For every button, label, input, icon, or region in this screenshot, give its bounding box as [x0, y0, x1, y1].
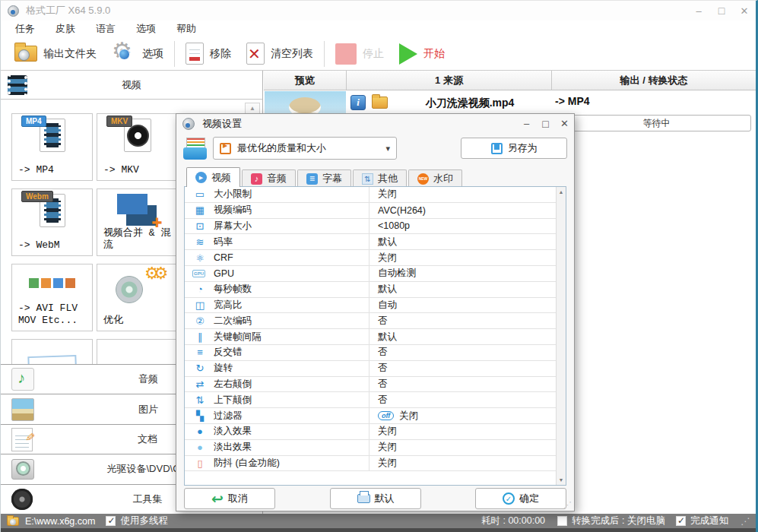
- format-tile[interactable]: [11, 339, 93, 364]
- dialog-close-icon[interactable]: [555, 118, 574, 130]
- setting-icon: ●: [192, 442, 208, 453]
- settings-scrollbar[interactable]: ▲ ▼: [556, 187, 566, 485]
- setting-row[interactable]: ⊡ 屏幕大小 <1080p: [185, 219, 556, 235]
- setting-row[interactable]: ↻ 旋转 否: [185, 361, 556, 377]
- category-icon: [11, 459, 34, 480]
- toolbar-separator: [174, 41, 175, 67]
- settings-tab[interactable]: 其他: [353, 169, 407, 187]
- setting-row[interactable]: ◫ 宽高比 自动: [185, 298, 556, 314]
- format-tile[interactable]: 视频合并 & 混流: [97, 188, 178, 256]
- minimize-icon[interactable]: [687, 5, 710, 17]
- setting-row[interactable]: ⚛ CRF 关闭: [185, 250, 556, 266]
- notify-checkbox[interactable]: [676, 516, 686, 526]
- preset-film-icon: [220, 143, 231, 154]
- video-section-header[interactable]: 视频: [1, 71, 262, 100]
- format-tile[interactable]: MKV -> MKV: [97, 113, 178, 181]
- settings-tab[interactable]: 水印: [408, 169, 462, 187]
- setting-row[interactable]: ▚ 过滤器 off 关闭: [185, 408, 556, 424]
- window-controls: [687, 5, 756, 17]
- format-tile[interactable]: -> AVI FLV MOV Etc...: [11, 264, 93, 331]
- queue-column-header[interactable]: 1 来源: [347, 71, 552, 90]
- format-tile[interactable]: [97, 339, 178, 364]
- toolbar-icon: [335, 43, 357, 65]
- setting-row[interactable]: ▦ 视频编码 AVC(H264): [185, 203, 556, 219]
- toolbar-button[interactable]: 清空列表: [239, 39, 321, 69]
- dialog-button-icon: [357, 494, 370, 503]
- format-icon: [117, 193, 158, 228]
- setting-row[interactable]: ≡ 反交错 否: [185, 345, 556, 361]
- dialog-resize-grip[interactable]: ⋰: [563, 500, 572, 510]
- setting-value: 否: [378, 362, 388, 375]
- setting-row[interactable]: ◔ 每秒帧数 默认: [185, 282, 556, 298]
- scroll-arrow-down-icon[interactable]: ▼: [557, 477, 566, 483]
- multithread-label: 使用多线程: [120, 515, 168, 527]
- dialog-button[interactable]: 确定: [475, 488, 566, 509]
- setting-label: 反交错: [214, 346, 243, 359]
- toolbar-button[interactable]: 移除: [178, 39, 239, 69]
- dialog-title-bar: 视频设置: [176, 114, 574, 134]
- setting-icon: ∥: [192, 331, 208, 343]
- output-path-folder-icon[interactable]: [7, 517, 19, 526]
- toolbar-button[interactable]: 开始: [392, 39, 452, 69]
- menu-item[interactable]: 选项: [129, 21, 163, 37]
- dialog-button[interactable]: 默认: [330, 488, 421, 509]
- toolbar-button[interactable]: 选项: [104, 39, 171, 69]
- settings-tab[interactable]: 音频: [242, 169, 296, 187]
- app-window: 格式工厂 X64 5.9.0 任务 皮肤 语言 选项 帮助 输出文件夹: [0, 0, 758, 532]
- multithread-checkbox[interactable]: [106, 516, 116, 526]
- setting-row[interactable]: ▯ 防抖 (白金功能) 关闭: [185, 456, 556, 472]
- notify-label: 完成通知: [690, 515, 728, 527]
- close-icon[interactable]: [733, 5, 756, 17]
- setting-row[interactable]: ∥ 关键帧间隔 默认: [185, 329, 556, 345]
- setting-row[interactable]: ⇅ 上下颠倒 否: [185, 392, 556, 408]
- output-path[interactable]: E:\www.x6g.com: [25, 516, 95, 527]
- open-folder-icon[interactable]: [372, 97, 388, 109]
- dialog-button-label: 取消: [228, 492, 248, 505]
- dialog-minimize-icon[interactable]: [517, 118, 536, 130]
- menu-item[interactable]: 任务: [8, 21, 42, 37]
- setting-label: 码率: [214, 236, 233, 249]
- preset-dropdown[interactable]: 最优化的质量和大小 ▾: [213, 137, 397, 160]
- toolbar-button[interactable]: 停止: [328, 39, 392, 69]
- dialog-button[interactable]: 取消: [184, 488, 275, 509]
- setting-icon: GPU: [192, 270, 205, 277]
- toolbar-button[interactable]: 输出文件夹: [7, 39, 104, 69]
- preset-tray-icon: [183, 138, 207, 160]
- video-section-label: 视频: [1, 78, 262, 92]
- format-icon: [27, 355, 77, 364]
- toolbar-label: 清空列表: [271, 47, 313, 61]
- setting-row[interactable]: ≋ 码率 默认: [185, 234, 556, 250]
- setting-row[interactable]: ▭ 大小限制 关闭: [185, 187, 556, 203]
- menu-item[interactable]: 语言: [89, 21, 122, 37]
- dialog-maximize-icon[interactable]: [536, 118, 555, 130]
- setting-row[interactable]: GPU GPU 自动检测: [185, 266, 556, 282]
- setting-row[interactable]: ● 淡出效果 关闭: [185, 440, 556, 456]
- settings-tab[interactable]: 字幕: [297, 169, 351, 187]
- menu-item[interactable]: 帮助: [170, 21, 203, 37]
- setting-icon: ▯: [192, 458, 208, 469]
- setting-row[interactable]: ● 淡入效果 关闭: [185, 424, 556, 440]
- queue-column-header[interactable]: 输出 / 转换状态: [552, 71, 756, 90]
- setting-label: 旋转: [214, 362, 233, 375]
- save-as-button[interactable]: 另存为: [461, 138, 567, 159]
- scroll-arrow-up-icon[interactable]: ▲: [557, 189, 566, 195]
- setting-row[interactable]: ⇄ 左右颠倒 否: [185, 377, 556, 393]
- settings-tab[interactable]: 视频: [186, 167, 240, 187]
- format-tile[interactable]: 优化: [97, 264, 178, 331]
- format-tile[interactable]: Webm -> WebM: [11, 188, 93, 256]
- dialog-title: 视频设置: [202, 117, 242, 131]
- setting-row[interactable]: ② 二次编码 否: [185, 313, 556, 329]
- setting-icon: ②: [192, 315, 208, 327]
- menu-item[interactable]: 皮肤: [49, 21, 82, 37]
- setting-label: 大小限制: [214, 188, 252, 201]
- maximize-icon[interactable]: [710, 5, 733, 17]
- shutdown-checkbox[interactable]: [557, 516, 567, 526]
- scroll-up-button[interactable]: ▲: [245, 103, 260, 114]
- info-icon[interactable]: i: [350, 95, 366, 110]
- setting-value: 否: [378, 394, 388, 407]
- setting-icon: ◫: [192, 299, 208, 311]
- format-tile[interactable]: MP4 -> MP4: [11, 113, 93, 181]
- window-resize-grip[interactable]: ⋰: [741, 516, 750, 527]
- queue-column-header[interactable]: 预览: [264, 71, 347, 90]
- setting-label: CRF: [214, 252, 233, 263]
